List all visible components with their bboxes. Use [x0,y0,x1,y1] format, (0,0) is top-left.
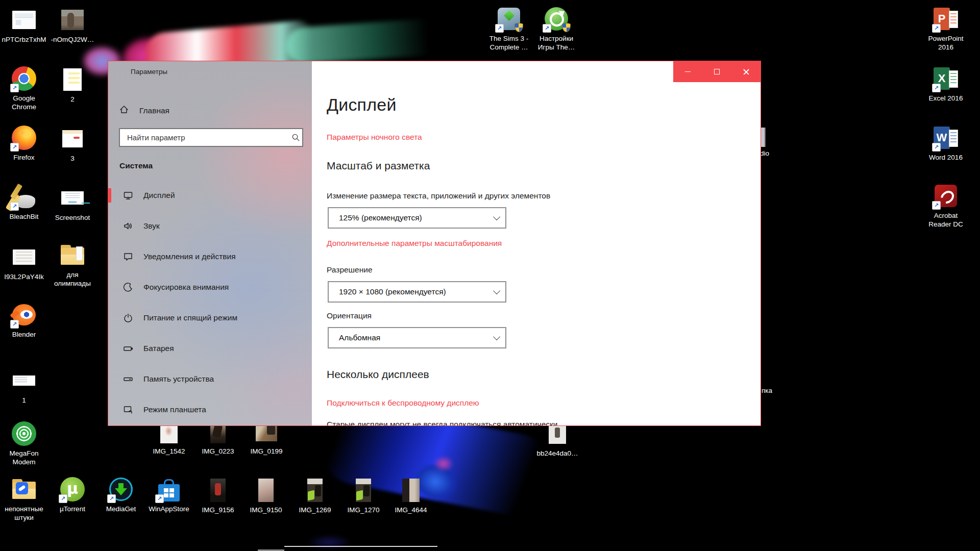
scale-dropdown[interactable]: 125% (рекомендуется) [328,207,506,229]
excel-icon: X [934,66,958,91]
megafon-icon [12,421,36,446]
photo-9156-icon [206,478,230,503]
desktop-icon[interactable]: непонятныештуки [1,477,47,522]
desktop-icon-label: PowerPoint2016 [922,34,969,52]
shortcut-arrow-icon [10,143,19,152]
wireless-display-link[interactable]: Подключиться к беспроводному дисплею [327,398,479,408]
sidebar-item-label: Звук [143,221,160,231]
search-icon[interactable] [289,133,302,142]
sidebar-item-label: Питание и спящий режим [143,313,237,322]
uac-shield-icon [562,23,571,32]
desktop-icon[interactable]: The Sims 3 -Complete … [485,7,532,52]
chevron-down-icon [493,287,500,294]
desktop-icon[interactable]: IMG_4644 [387,478,434,514]
sidebar-item-power[interactable]: Питание и спящий режим [108,307,312,329]
desktop-icon[interactable]: bb24e4da0… [534,421,581,458]
desktop-icon-label: IMG_1269 [291,506,338,514]
desktop-icon[interactable]: GoogleChrome [1,66,47,111]
desktop-icon[interactable]: IMG_9150 [242,478,289,514]
search-input[interactable] [120,133,289,142]
desktop-icon-label: IMG_1270 [340,506,387,514]
shortcut-arrow-icon [932,201,941,210]
desktop-icon-label: Excel 2016 [922,94,969,103]
desktop-icon-label: Word 2016 [922,153,969,162]
sidebar-item-home[interactable]: Главная [119,102,303,120]
desktop-icon-label: MegaFonModem [1,449,47,466]
desktop-icon[interactable]: Blender [1,303,47,339]
sidebar-item-storage[interactable]: Память устройства [108,368,312,390]
desktop-icon-label: WinAppStore [145,505,192,513]
utorrent-icon [60,477,85,502]
sidebar-item-tablet[interactable]: Режим планшета [108,398,312,421]
desktop-icon-label: 1 [1,396,47,405]
close-button[interactable] [731,61,761,82]
desktop-icon[interactable]: MegaFonModem [1,421,47,466]
sidebar-item-notifications[interactable]: Уведомления и действия [108,245,312,268]
night-light-link[interactable]: Параметры ночного света [327,133,422,142]
advanced-scaling-link[interactable]: Дополнительные параметры масштабирования [327,239,502,248]
shortcut-arrow-icon [10,202,19,211]
clipped-help-text: Старые дисплеи могут не всегда подключат… [327,420,560,426]
desktop-icon[interactable]: PPowerPoint2016 [922,7,969,52]
wallpaper-streak [301,534,357,551]
sidebar-item-label: Батарея [143,344,174,353]
photo-chair-icon [303,478,327,503]
doc-red-icon [60,127,85,151]
wallpaper-streak [430,453,457,474]
scale-label: Изменение размера текста, приложений и д… [327,191,550,201]
desktop-icon[interactable]: 3 [49,127,96,163]
desktop-icon[interactable]: дляолимпиады [49,243,96,288]
settings-sidebar: Параметры Главная Система ДисплейЗвукУве… [108,61,312,425]
sidebar-item-focus[interactable]: Фокусировка внимания [108,276,312,298]
desktop-icon[interactable]: WinAppStore [145,477,192,513]
desktop-icon[interactable]: µTorrent [49,477,96,513]
desktop-icon-label: I93L2PaY4Ik [1,272,47,281]
sidebar-item-battery[interactable]: Батарея [108,337,312,360]
desktop-icon[interactable]: НастройкиИгры The… [533,7,580,52]
desktop-icon[interactable]: BleachBit [1,185,47,221]
minimize-button[interactable] [673,61,702,82]
desktop-icon-label: 3 [49,154,96,163]
orientation-dropdown[interactable]: Альбомная [328,327,506,348]
desktop-icon[interactable]: IMG_1269 [291,478,338,514]
shortcut-arrow-icon [932,24,941,33]
sidebar-item-display[interactable]: Дисплей [108,184,312,207]
desktop-icon[interactable]: 2 [49,67,96,104]
desktop-icon[interactable]: IMG_1270 [340,478,387,514]
sidebar-item-sound[interactable]: Звук [108,215,312,237]
notifications-icon [123,252,133,262]
desktop-icon[interactable]: AcrobatReader DC [922,184,969,229]
desktop-icon[interactable]: XExcel 2016 [922,66,969,103]
folder-icon [60,243,85,267]
firefox-icon [12,126,36,150]
shortcut-arrow-icon [155,494,164,503]
photo-4644-icon [399,478,423,503]
desktop-icon-label: AcrobatReader DC [922,211,969,229]
chevron-down-icon [493,333,500,340]
desktop-icon[interactable]: Screenshot [49,186,96,222]
sidebar-item-label: Главная [139,106,169,115]
desktop-icon[interactable]: 1 [1,368,47,405]
partially-hidden-icon[interactable] [761,128,766,147]
wallpaper-streak [285,17,445,65]
home-icon [119,105,129,117]
shortcut-arrow-icon [543,24,551,33]
desktop-icon[interactable]: IMG_9156 [194,478,241,514]
sidebar-item-label: Уведомления и действия [143,252,236,261]
desktop-icon[interactable]: MediaGet [97,477,144,513]
desktop-icon[interactable]: Firefox [1,126,47,162]
desktop-icon[interactable]: nPTCrbzTxhM [1,8,47,44]
resolution-dropdown[interactable]: 980 × 551 (рекомендуется) [328,281,506,303]
desktop-icon-label: bb24e4da0… [534,449,581,458]
desktop-icon-label: 2 [49,95,96,104]
desktop-icon[interactable]: -nOmQJ2W… [49,8,96,44]
desktop-icon-label: µTorrent [49,505,96,513]
desktop-icon-label: Firefox [1,153,47,162]
desktop-icon-label: nPTCrbzTxhM [1,35,47,44]
desktop-icon-label: BleachBit [1,212,47,221]
desktop-icon[interactable]: I93L2PaY4Ik [1,245,47,281]
partial-icon-label: dio [760,149,769,157]
desktop-icon-label: IMG_4644 [387,506,434,514]
maximize-button[interactable] [702,61,731,82]
desktop-icon[interactable]: WWord 2016 [922,126,969,162]
